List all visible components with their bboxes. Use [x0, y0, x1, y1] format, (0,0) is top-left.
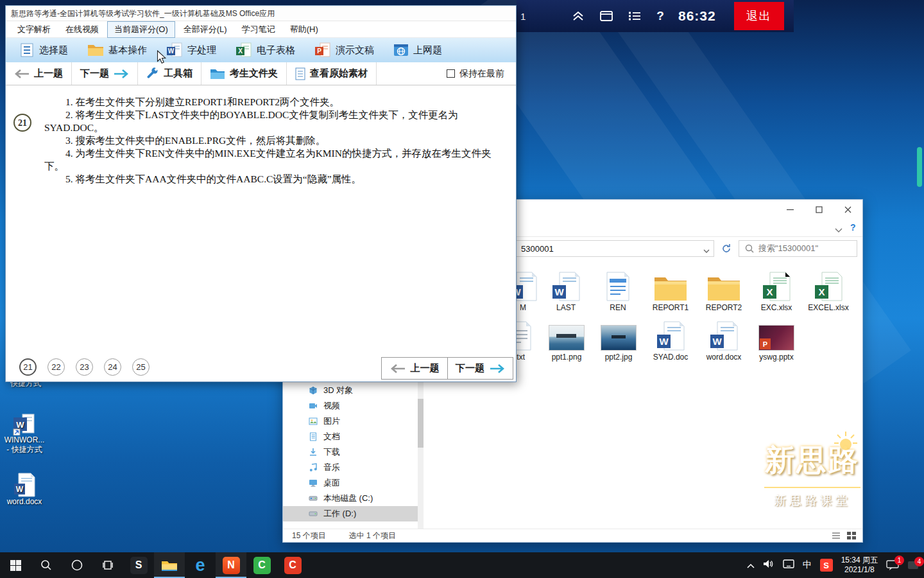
taskbar-file-explorer[interactable] [154, 552, 185, 578]
excel-file-icon: X [814, 272, 843, 301]
pager-question-25[interactable]: 25 [132, 358, 150, 376]
ribbon-expand-icon[interactable] [835, 224, 843, 236]
file-item-last[interactable]: W LAST [541, 269, 591, 312]
sidebar-item-downloads[interactable]: 下载 [283, 444, 418, 460]
sidebar-item-3d-objects[interactable]: 3D 对象 [283, 383, 418, 398]
taskbar-app-s[interactable]: S [123, 552, 154, 578]
menu-item-study-notes[interactable]: 学习笔记 [235, 22, 282, 37]
taskbar-clock[interactable]: 15:34 周五 2021/1/8 [841, 556, 878, 575]
exam-menubar: 文字解析 在线视频 当前题评分(O) 全部评分(L) 学习笔记 帮助(H) [6, 21, 516, 38]
file-item-yswg-pptx[interactable]: P yswg.pptx [751, 319, 801, 362]
file-item-ppt2-jpg[interactable]: ppt2.jpg [594, 319, 644, 362]
ime-indicator[interactable]: 中 [803, 559, 812, 571]
music-icon [309, 463, 318, 472]
toolbar-item-presentation[interactable]: P 演示文稿 [305, 38, 384, 62]
toolbox-button[interactable]: 工具箱 [138, 62, 201, 85]
menu-item-score-current[interactable]: 当前题评分(O) [107, 21, 175, 38]
maximize-button[interactable] [805, 200, 834, 219]
file-item-word-docx[interactable]: W word.docx [699, 319, 749, 362]
volume-icon[interactable] [763, 559, 774, 571]
pager-question-23[interactable]: 23 [76, 358, 93, 376]
taskbar-search-button[interactable] [31, 552, 62, 578]
file-item-syad-doc[interactable]: W SYAD.doc [646, 319, 696, 362]
message-tray-icon[interactable]: 1 [886, 559, 899, 571]
question-pager: 21 22 23 24 25 [6, 356, 150, 378]
file-item-ren[interactable]: REN [593, 269, 643, 312]
taskbar-edge[interactable]: e [185, 552, 216, 578]
next-question-button[interactable]: 下一题 [72, 62, 138, 85]
menu-item-help[interactable]: 帮助(H) [284, 22, 325, 37]
taskbar-app-c-green[interactable]: C [246, 552, 277, 578]
window-icon[interactable] [600, 11, 613, 21]
desktop-icon-word-docx[interactable]: W word.docx [0, 473, 49, 507]
toolbar-item-word-processing[interactable]: W 字处理 [157, 38, 226, 62]
toolbar-item-choice-questions[interactable]: 选择题 [10, 38, 78, 62]
exit-button[interactable]: 退出 [734, 2, 784, 30]
notification-tray-icon[interactable]: 4 [907, 561, 919, 570]
thumbnail-view-icon[interactable] [847, 532, 856, 541]
desktop-icon-winword-shortcut[interactable]: W WINWOR... - 快捷方式 [0, 411, 49, 455]
cortana-icon [71, 559, 83, 571]
tray-expand-icon[interactable] [747, 559, 755, 571]
svg-text:W: W [712, 336, 722, 347]
pager-question-24[interactable]: 24 [104, 358, 121, 376]
file-item-report1[interactable]: REPORT1 [646, 269, 696, 312]
toolbar-label: 选择题 [39, 44, 68, 57]
sogou-input-icon[interactable]: S [820, 559, 833, 572]
keep-on-top-checkbox[interactable]: 保持在最前 [447, 62, 516, 85]
taskbar-app-c-red[interactable]: C [277, 552, 308, 578]
search-icon [40, 559, 52, 571]
pager-question-21[interactable]: 21 [19, 358, 37, 376]
powerpoint-icon: P [760, 338, 771, 349]
sidebar-item-music[interactable]: 音乐 [283, 460, 418, 475]
svg-text:X: X [818, 286, 825, 297]
display-icon[interactable] [783, 559, 794, 571]
close-button[interactable] [834, 200, 862, 219]
refresh-button[interactable] [718, 240, 735, 257]
chevrons-up-icon[interactable] [572, 11, 585, 21]
sidebar-item-videos[interactable]: 视频 [283, 398, 418, 414]
file-item-excel-xlsx[interactable]: X EXCEL.xlsx [803, 269, 853, 312]
sidebar-label: 视频 [323, 400, 340, 412]
sidebar-label: 音乐 [323, 462, 340, 473]
menu-item-score-all[interactable]: 全部评分(L) [177, 22, 234, 37]
sidebar-item-documents[interactable]: 文档 [283, 429, 418, 444]
view-material-button[interactable]: 查看原始素材 [287, 62, 377, 85]
sidebar-item-desktop[interactable]: 桌面 [283, 475, 418, 491]
scrollbar-thumb[interactable] [418, 399, 424, 448]
menu-item-text-analysis[interactable]: 文字解析 [11, 22, 57, 37]
toolbar-item-internet[interactable]: 上网题 [384, 38, 452, 62]
sidebar-item-local-disk-c[interactable]: 本地磁盘 (C:) [283, 491, 418, 506]
excel-icon: X [235, 42, 252, 58]
student-folder-button[interactable]: 考生文件夹 [201, 62, 287, 85]
sidebar-item-work-disk-d[interactable]: 工作 (D:) [283, 506, 418, 521]
file-item-report2[interactable]: REPORT2 [699, 269, 749, 312]
prev-question-button-bottom[interactable]: 上一题 [382, 358, 447, 379]
address-dropdown-icon[interactable] [703, 246, 710, 256]
svg-text:P: P [317, 48, 321, 55]
cortana-button[interactable] [62, 552, 92, 578]
help-icon[interactable]: ? [656, 9, 664, 23]
minimize-button[interactable] [776, 200, 805, 219]
file-item-exc-xlsx[interactable]: X EXC.xlsx [751, 269, 801, 312]
details-view-icon[interactable] [832, 532, 841, 541]
task-view-button[interactable] [92, 552, 123, 578]
toolbar-item-basic-operations[interactable]: 基本操作 [78, 38, 157, 62]
search-box[interactable]: 搜索"15300001" [739, 240, 857, 257]
question-line: 3. 搜索考生文件夹中的ENABLE.PRG文件，然后将其删除。 [44, 134, 505, 147]
task-list-icon[interactable] [628, 11, 641, 21]
prev-question-button[interactable]: 上一题 [6, 62, 72, 85]
sidebar-item-pictures[interactable]: 图片 [283, 414, 418, 429]
start-button[interactable] [0, 552, 31, 578]
menu-item-online-video[interactable]: 在线视频 [59, 22, 105, 37]
desktop-icon [309, 478, 318, 487]
explorer-statusbar: 15 个项目 选中 1 个项目 [283, 529, 862, 542]
explorer-help-icon[interactable]: ? [850, 222, 856, 232]
next-question-button-bottom[interactable]: 下一题 [447, 358, 513, 379]
pager-question-22[interactable]: 22 [47, 358, 65, 376]
file-label: EXCEL.xlsx [803, 303, 853, 312]
taskbar-app-n[interactable]: N [216, 552, 246, 578]
side-scroll-handle[interactable] [917, 147, 922, 187]
file-item-ppt1-png[interactable]: ppt1.png [542, 319, 592, 362]
toolbar-item-spreadsheet[interactable]: X 电子表格 [226, 38, 305, 62]
